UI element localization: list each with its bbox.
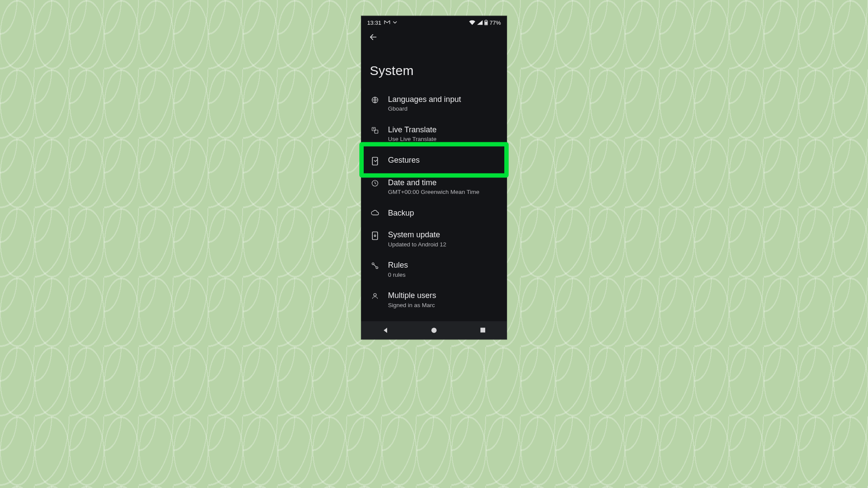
rules-icon [370,260,380,270]
row-sub: Signed in as Marc [388,301,436,309]
row-label: Backup [388,208,414,218]
row-date-time[interactable]: Date and time GMT+00:00 Greenwich Mean T… [361,171,507,202]
arrow-left-icon [369,33,378,41]
gesture-icon [370,155,380,165]
row-label: Live Translate [388,124,437,134]
svg-point-12 [431,328,437,333]
row-label: Date and time [388,177,479,187]
svg-rect-13 [480,328,485,333]
globe-icon [370,94,380,104]
status-bar: 13:31 77% [361,16,507,27]
row-sub: Use Live Translate [388,135,437,143]
app-bar [361,27,507,43]
nav-recent-button[interactable] [470,321,496,339]
status-battery: 77% [490,19,501,26]
signal-icon [477,20,483,25]
back-button[interactable] [367,31,379,43]
navigation-bar [361,321,507,339]
row-live-translate[interactable]: Live Translate Use Live Translate [361,118,507,149]
nav-back-button[interactable] [372,321,398,339]
clock-icon [370,177,380,187]
gmail-icon [384,20,390,25]
translate-icon [370,124,380,134]
nav-circle-home-icon [431,327,437,333]
nav-triangle-back-icon [382,327,389,334]
phone-frame: 13:31 77% [361,16,507,339]
row-label: Gestures [388,155,420,165]
update-icon [370,230,380,240]
row-multiple-users[interactable]: Multiple users Signed in as Marc [361,285,507,326]
cloud-icon [370,208,380,216]
row-gestures[interactable]: Gestures [361,149,507,171]
row-backup[interactable]: Backup [361,202,507,224]
row-languages-input[interactable]: Languages and input Gboard [361,88,507,118]
row-sub: 0 rules [388,271,408,278]
row-system-update[interactable]: System update Updated to Android 12 [361,224,507,254]
chevron-down-icon [393,21,397,24]
svg-rect-2 [485,21,487,25]
status-time: 13:31 [367,19,381,26]
nav-home-button[interactable] [421,321,447,339]
svg-point-11 [374,294,376,296]
battery-icon [484,20,488,25]
wifi-icon [469,20,475,25]
row-sub: Updated to Android 12 [388,240,446,248]
svg-rect-1 [485,20,487,20]
row-label: Languages and input [388,94,461,104]
row-sub: Gboard [388,105,461,113]
row-rules[interactable]: Rules 0 rules [361,254,507,285]
row-sub: GMT+00:00 Greenwich Mean Time [388,188,479,196]
page-title: System [361,43,507,88]
nav-square-recent-icon [480,328,486,333]
person-icon [370,291,380,300]
row-label: System update [388,230,446,240]
row-label: Rules [388,260,408,270]
settings-list: Languages and input Gboard Live Translat… [361,88,507,326]
row-label: Multiple users [388,291,436,301]
